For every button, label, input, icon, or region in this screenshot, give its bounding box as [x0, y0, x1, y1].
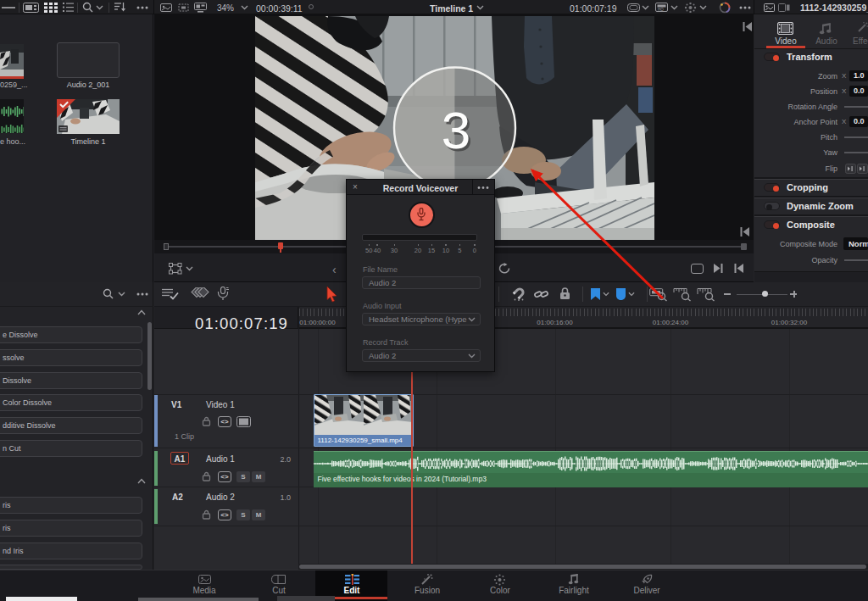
svg-text:HQ: HQ	[658, 8, 664, 12]
svg-text:3: 3	[442, 101, 470, 159]
